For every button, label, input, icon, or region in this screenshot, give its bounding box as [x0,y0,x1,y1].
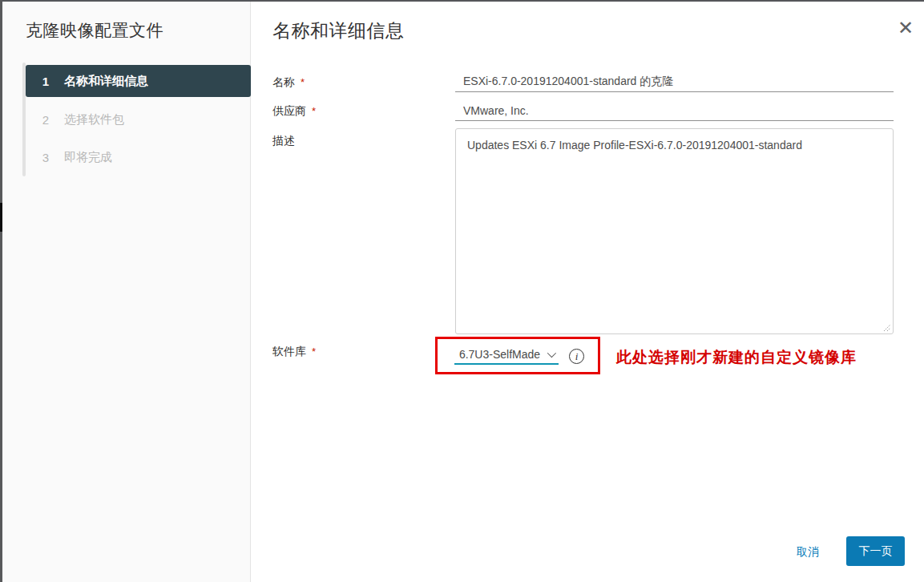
cancel-button[interactable]: 取消 [797,545,819,560]
step-label: 选择软件包 [64,112,124,127]
annotation-text: 此处选择刚才新建的自定义镜像库 [616,347,857,368]
depot-selected-value: 6.7U3-SelfMade [459,348,540,361]
description-textarea[interactable]: Updates ESXi 6.7 Image Profile-ESXi-6.7.… [455,128,894,334]
description-field-label: 描述 [272,134,295,148]
step-number: 1 [39,75,52,88]
sidebar-step-ready-to-complete[interactable]: 3 即将完成 [26,141,251,173]
step-label: 即将完成 [64,150,112,165]
info-icon[interactable]: i [569,349,584,364]
required-asterisk: * [301,76,305,88]
page-title: 名称和详细信息 [272,18,405,43]
wizard-sidebar: 克隆映像配置文件 1 名称和详细信息 2 选择软件包 3 即将完成 [2,2,251,582]
wizard-title: 克隆映像配置文件 [26,19,163,42]
step-number: 3 [39,151,52,164]
next-button[interactable]: 下一页 [846,536,905,566]
name-field-label: 名称* [272,75,305,90]
vendor-field-label: 供应商* [272,104,316,119]
sidebar-step-select-packages[interactable]: 2 选择软件包 [26,103,251,135]
step-label: 名称和详细信息 [64,74,148,89]
depot-select[interactable]: 6.7U3-SelfMade [454,346,559,365]
close-icon[interactable]: ✕ [894,16,918,40]
required-asterisk: * [312,105,316,117]
vendor-input[interactable] [455,103,894,121]
wizard-content: 名称和详细信息 ✕ 名称* 供应商* 描述 Updates ESXi 6.7 I… [252,2,924,582]
required-asterisk: * [312,346,316,358]
clone-image-profile-wizard: 克隆映像配置文件 1 名称和详细信息 2 选择软件包 3 即将完成 名称和详细信… [0,0,924,582]
chevron-down-icon [547,349,556,358]
name-input[interactable] [455,75,894,92]
sidebar-step-name-details[interactable]: 1 名称和详细信息 [26,65,251,97]
step-number: 2 [39,113,52,127]
depot-field-label: 软件库* [272,345,316,359]
